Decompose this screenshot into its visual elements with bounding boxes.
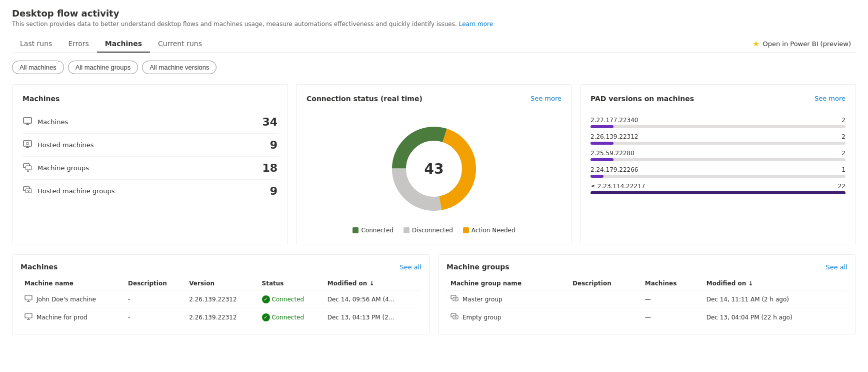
conn-card-header: Connection status (real time) See more xyxy=(306,95,562,111)
pad-version-label-2: 2.25.59.22280 xyxy=(590,150,634,157)
machine-groups-table-title: Machine groups xyxy=(446,263,510,271)
machines-table-title: Machines xyxy=(20,263,58,271)
connection-see-more-link[interactable]: See more xyxy=(530,95,562,102)
mg-row-icon-0 xyxy=(450,294,458,304)
tabs-bar: Last runs Errors Machines Current runs ★… xyxy=(12,36,856,53)
filter-all-machine-versions[interactable]: All machine versions xyxy=(142,61,216,74)
machine-modified-cell-0: Dec 14, 09:56 AM (4... xyxy=(324,290,422,308)
tab-machines[interactable]: Machines xyxy=(97,36,150,53)
connection-status-card: Connection status (real time) See more xyxy=(296,84,572,244)
svg-rect-12 xyxy=(26,189,32,193)
svg-rect-8 xyxy=(26,166,32,170)
legend-action-needed: Action Needed xyxy=(463,227,516,234)
pad-version-row-1: 2.26.139.22312 2 xyxy=(590,133,846,145)
machine-groups-table-header: Machine groups See all xyxy=(446,263,848,271)
donut-chart-container: 43 Connected Disconnected Action Needed xyxy=(306,119,562,234)
pad-version-label-3: 2.24.179.22266 xyxy=(590,166,638,173)
machines-col-modified: Modified on ↓ xyxy=(324,277,422,290)
pad-bar-bg-1 xyxy=(590,142,846,145)
page-subtitle: This section provides data to better und… xyxy=(12,21,856,28)
machines-row-hosted: Hosted machines 9 xyxy=(22,134,278,157)
table-row[interactable]: Empty group — Dec 13, 04:04 PM (22 h ago… xyxy=(446,308,848,326)
machines-col-version: Version xyxy=(185,277,258,290)
connection-legend: Connected Disconnected Action Needed xyxy=(352,227,515,234)
mg-row-icon-1 xyxy=(450,312,458,322)
filter-all-machines[interactable]: All machines xyxy=(12,61,64,74)
check-circle-icon-0: ✓ xyxy=(262,295,270,303)
svg-point-6 xyxy=(26,142,29,145)
machines-table-card: Machines See all Machine name Descriptio… xyxy=(12,254,430,334)
machine-groups-table: Machine group name Description Machines … xyxy=(446,277,848,326)
tab-last-runs[interactable]: Last runs xyxy=(12,36,60,53)
machine-status-cell-1: ✓ Connected xyxy=(258,308,324,326)
pad-version-row-0: 2.27.177.22340 2 xyxy=(590,117,846,128)
legend-connected-label: Connected xyxy=(361,227,394,234)
machine-row-icon-1 xyxy=(24,312,32,322)
machines-col-description: Description xyxy=(124,277,185,290)
page-header: Desktop flow activity This section provi… xyxy=(12,8,856,28)
status-connected-badge-1: ✓ Connected xyxy=(262,313,320,321)
machine-name-cell-0: John Doe's machine xyxy=(20,290,124,308)
machine-modified-cell-1: Dec 13, 04:13 PM (2... xyxy=(324,308,422,326)
pad-versions-list: 2.27.177.22340 2 2.26.139.22312 2 xyxy=(590,117,846,194)
machines-summary-card: Machines Machines 34 xyxy=(12,84,288,244)
svg-rect-26 xyxy=(453,297,458,301)
table-row[interactable]: Machine for prod - 2.26.139.22312 ✓ Conn… xyxy=(20,308,422,326)
machines-see-all-link[interactable]: See all xyxy=(400,263,422,271)
machines-col-name: Machine name xyxy=(20,277,124,290)
learn-more-link[interactable]: Learn more xyxy=(459,21,493,28)
legend-disconnected-label: Disconnected xyxy=(412,227,453,234)
tabs-left: Last runs Errors Machines Current runs xyxy=(12,36,210,52)
hosted-machine-groups-count: 9 xyxy=(270,185,278,197)
machine-groups-table-card: Machine groups See all Machine group nam… xyxy=(438,254,856,334)
table-row[interactable]: John Doe's machine - 2.26.139.22312 ✓ Co… xyxy=(20,290,422,308)
machines-table-header: Machines See all xyxy=(20,263,422,271)
tab-errors[interactable]: Errors xyxy=(60,36,96,53)
svg-rect-29 xyxy=(453,315,458,319)
pad-bar-fill-3 xyxy=(590,175,604,178)
filter-all-machine-groups[interactable]: All machine groups xyxy=(68,61,138,74)
mg-desc-cell-1 xyxy=(568,308,641,326)
pad-version-count-2: 2 xyxy=(842,150,846,157)
pad-versions-title: PAD versions on machines xyxy=(590,95,694,103)
machines-label: Machines xyxy=(38,118,68,126)
machines-table-header-row: Machine name Description Version Status … xyxy=(20,277,422,290)
table-row[interactable]: Master group — Dec 14, 11:11 AM (2 h ago… xyxy=(446,290,848,308)
pad-version-label-4: ≤ 2.23.114.22217 xyxy=(590,183,645,190)
pad-bar-fill-2 xyxy=(590,158,614,161)
machines-card-title: Machines xyxy=(22,95,278,103)
machine-groups-header-row: Machine group name Description Machines … xyxy=(446,277,848,290)
machine-status-cell-0: ✓ Connected xyxy=(258,290,324,308)
machines-row-machines: Machines 34 xyxy=(22,111,278,134)
open-powerbi-button[interactable]: ★ Open in Power BI (preview) xyxy=(748,36,856,52)
mg-col-modified: Modified on ↓ xyxy=(702,277,848,290)
svg-rect-22 xyxy=(25,313,32,318)
svg-rect-19 xyxy=(25,295,32,300)
tab-current-runs[interactable]: Current runs xyxy=(150,36,210,53)
top-cards-row: Machines Machines 34 xyxy=(12,84,856,244)
pad-bar-bg-2 xyxy=(590,158,846,161)
mg-name-cell-0: Master group xyxy=(446,290,568,308)
bottom-tables-row: Machines See all Machine name Descriptio… xyxy=(12,254,856,334)
machines-row-hosted-groups: Hosted machine groups 9 xyxy=(22,180,278,202)
mg-col-name: Machine group name xyxy=(446,277,568,290)
donut-center-value: 43 xyxy=(424,161,444,177)
machine-groups-see-all-link[interactable]: See all xyxy=(826,263,848,271)
machine-version-cell-1: 2.26.139.22312 xyxy=(185,308,258,326)
mg-col-machines: Machines xyxy=(641,277,702,290)
hosted-machine-groups-label: Hosted machine groups xyxy=(38,187,115,195)
mg-machines-cell-0: — xyxy=(641,290,702,308)
powerbi-star-icon: ★ xyxy=(752,39,760,49)
svg-rect-0 xyxy=(24,118,32,123)
machine-desc-cell-0: - xyxy=(124,290,185,308)
machine-row-icon-0 xyxy=(24,294,32,304)
machine-desc-cell-1: - xyxy=(124,308,185,326)
pad-version-count-3: 1 xyxy=(842,166,846,173)
pad-version-row-2: 2.25.59.22280 2 xyxy=(590,150,846,161)
pad-version-count-0: 2 xyxy=(842,117,846,124)
mg-machines-cell-1: — xyxy=(641,308,702,326)
pad-version-label-1: 2.26.139.22312 xyxy=(590,133,638,140)
pad-see-more-link[interactable]: See more xyxy=(814,95,846,102)
pad-bar-bg-0 xyxy=(590,125,846,128)
page-title: Desktop flow activity xyxy=(12,8,856,19)
